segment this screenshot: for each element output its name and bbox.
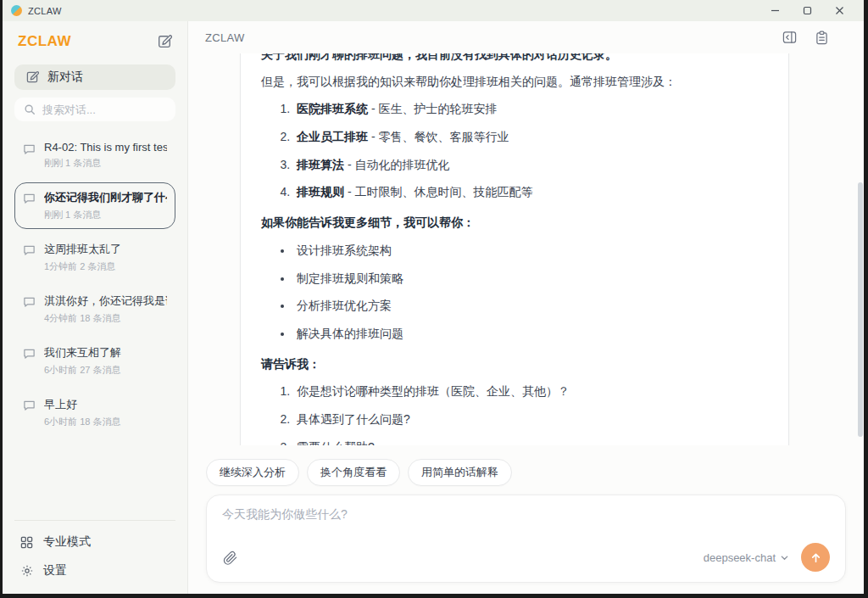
send-button[interactable] — [801, 543, 830, 572]
conversation-list: R4-02: This is my first test m... 刚刚 1 条… — [14, 133, 175, 515]
suggestion-chip[interactable]: 换个角度看看 — [307, 459, 400, 486]
settings-label: 设置 — [43, 563, 67, 578]
suggestion-chips: 继续深入分析 换个角度看看 用简单的话解释 — [188, 445, 864, 486]
chat-bubble-icon — [23, 399, 36, 415]
conversation-meta: 6小时前 18 条消息 — [44, 416, 120, 428]
conversation-item[interactable]: R4-02: This is my first test m... 刚刚 1 条… — [14, 133, 175, 177]
chat-header: ZCLAW — [188, 21, 864, 53]
clipboard-icon[interactable] — [815, 31, 828, 45]
message-input[interactable] — [222, 507, 830, 521]
chat-bubble-icon — [23, 192, 36, 208]
main-area: ZCLAW 关于我们刚才聊的排班问题，我目前没有找到具体的对话历史记录。 但是，… — [188, 21, 864, 594]
conversation-title: 淇淇你好，你还记得我是谁... — [44, 293, 167, 309]
scrollbar-thumb[interactable] — [858, 182, 863, 437]
conversation-title: 早上好 — [44, 397, 120, 412]
suggestion-chip[interactable]: 继续深入分析 — [206, 459, 299, 486]
list-item: 分析排班优化方案 — [293, 297, 768, 316]
close-button[interactable] — [823, 0, 855, 21]
new-chat-icon — [25, 70, 39, 84]
pro-mode-label: 专业模式 — [43, 534, 91, 550]
conversation-meta: 刚刚 1 条消息 — [44, 209, 167, 221]
search-box[interactable] — [14, 98, 175, 121]
minimize-button[interactable] — [759, 0, 791, 21]
list-item: 企业员工排班 - 零售、餐饮、客服等行业 — [293, 128, 768, 147]
model-name: deepseek-chat — [704, 551, 776, 564]
message-bullet-list: 设计排班系统架构 制定排班规则和策略 分析排班优化方案 解决具体的排班问题 — [261, 242, 768, 344]
conversation-title: 我们来互相了解 — [44, 345, 121, 360]
new-chat-button[interactable]: 新对话 — [14, 64, 175, 90]
list-item: 需要什么帮助? — [293, 439, 768, 445]
conversation-item-selected[interactable]: 你还记得我们刚才聊了什么... 刚刚 1 条消息 — [14, 182, 175, 229]
assistant-message: 关于我们刚才聊的排班问题，我目前没有找到具体的对话历史记录。 但是，我可以根据我… — [240, 53, 789, 445]
model-selector[interactable]: deepseek-chat — [704, 551, 789, 564]
collapse-panel-icon[interactable] — [782, 31, 797, 45]
chat-bubble-icon — [23, 143, 36, 159]
chat-bubble-icon — [23, 347, 36, 363]
chat-bubble-icon — [23, 243, 36, 260]
conversation-meta: 6小时前 27 条消息 — [44, 364, 121, 377]
search-icon — [24, 103, 36, 115]
message-section-title: 如果你能告诉我更多细节，我可以帮你： — [261, 214, 768, 232]
conversation-meta: 刚刚 1 条消息 — [44, 157, 167, 170]
conversation-title: 你还记得我们刚才聊了什么... — [44, 190, 167, 205]
gear-icon — [19, 564, 34, 578]
suggestion-chip[interactable]: 用简单的话解释 — [408, 459, 512, 486]
app-logo-icon — [11, 5, 22, 16]
list-item: 设计排班系统架构 — [293, 242, 768, 260]
new-chat-label: 新对话 — [47, 70, 83, 85]
message-section-title: 请告诉我： — [261, 355, 768, 374]
titlebar-app-name: ZCLAW — [28, 6, 62, 16]
maximize-button[interactable] — [791, 0, 823, 21]
list-item: 你是想讨论哪种类型的排班（医院、企业、其他）？ — [293, 383, 768, 401]
titlebar: ZCLAW — [3, 0, 864, 21]
compose-icon[interactable] — [157, 34, 172, 49]
chat-bubble-icon — [23, 295, 36, 311]
conversation-item[interactable]: 我们来互相了解 6小时前 27 条消息 — [14, 338, 175, 384]
conversation-item[interactable]: 淇淇你好，你还记得我是谁... 4分钟前 18 条消息 — [14, 286, 175, 333]
window-controls — [759, 0, 855, 21]
chat-messages[interactable]: 关于我们刚才聊的排班问题，我目前没有找到具体的对话历史记录。 但是，我可以根据我… — [188, 53, 864, 445]
conversation-title: 这周排班太乱了 — [44, 242, 121, 257]
message-ordered-list: 医院排班系统 - 医生、护士的轮班安排 企业员工排班 - 零售、餐饮、客服等行业… — [261, 100, 768, 202]
composer-area: deepseek-chat — [188, 486, 864, 594]
list-item: 排班算法 - 自动化的排班优化 — [293, 156, 768, 175]
search-input[interactable] — [42, 103, 166, 116]
conversation-title: R4-02: This is my first test m... — [44, 141, 167, 154]
list-item: 制定排班规则和策略 — [293, 270, 768, 288]
message-ordered-list: 你是想讨论哪种类型的排班（医院、企业、其他）？ 具体遇到了什么问题? 需要什么帮… — [261, 383, 768, 445]
chevron-down-icon — [780, 553, 789, 562]
conversation-item[interactable]: 这周排班太乱了 1分钟前 2 条消息 — [14, 234, 175, 281]
pro-mode-button[interactable]: 专业模式 — [14, 528, 175, 556]
conversation-item[interactable]: 早上好 6小时前 18 条消息 — [14, 389, 175, 436]
sidebar: ZCLAW 新对话 — [3, 21, 188, 594]
message-paragraph: 关于我们刚才聊的排班问题，我目前没有找到具体的对话历史记录。 — [261, 53, 768, 64]
conversation-meta: 4分钟前 18 条消息 — [44, 312, 167, 325]
sidebar-logo: ZCLAW — [18, 33, 71, 50]
grid-icon — [19, 536, 34, 549]
settings-button[interactable]: 设置 — [14, 556, 175, 585]
sidebar-footer: 专业模式 设置 — [14, 520, 175, 585]
app-window: ZCLAW ZCLAW — [3, 0, 864, 594]
message-paragraph: 但是，我可以根据我的知识来帮助你处理排班相关的问题。通常排班管理涉及： — [261, 73, 768, 92]
list-item: 解决具体的排班问题 — [293, 325, 768, 344]
composer[interactable]: deepseek-chat — [206, 495, 846, 583]
arrow-up-icon — [810, 551, 822, 564]
list-item: 具体遇到了什么问题? — [293, 411, 768, 429]
list-item: 医院排班系统 - 医生、护士的轮班安排 — [293, 100, 768, 119]
paperclip-icon[interactable] — [222, 550, 238, 566]
conversation-meta: 1分钟前 2 条消息 — [44, 260, 121, 273]
chat-header-title: ZCLAW — [205, 31, 245, 44]
list-item: 排班规则 - 工时限制、休息时间、技能匹配等 — [293, 183, 768, 202]
